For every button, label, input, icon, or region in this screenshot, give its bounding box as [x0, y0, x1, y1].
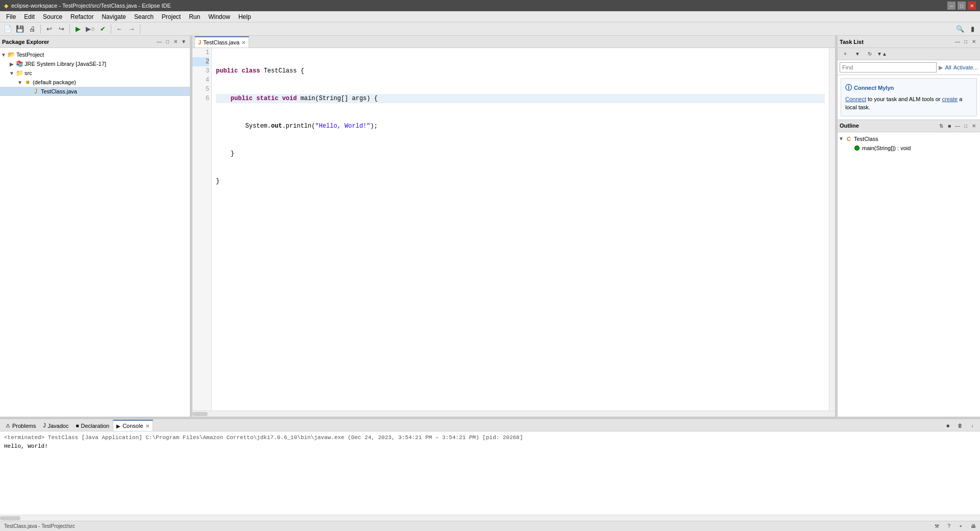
menu-run[interactable]: Run — [185, 11, 204, 22]
tree-item-testclass[interactable]: ▶ J TestClass.java — [0, 87, 190, 96]
tab-label: TestClass.java — [203, 39, 239, 45]
console-scrollbar-horizontal[interactable] — [0, 515, 980, 521]
separator-1 — [40, 25, 41, 34]
outline-item-main[interactable]: ▶ main(String[]) : void — [838, 143, 980, 153]
arrow-src: ▼ — [8, 70, 15, 76]
connect-mylyn-body: Connect to your task and ALM tools or cr… — [845, 95, 972, 112]
outline-class-icon: C — [845, 135, 853, 143]
tree-item-src[interactable]: ▼ 📁 src — [0, 68, 190, 78]
tree-label-src: src — [24, 70, 32, 76]
task-find-bar: ▶ All Activate... — [838, 60, 980, 75]
menu-refactor[interactable]: Refactor — [66, 11, 97, 22]
perspectives-button[interactable]: ▮ — [967, 23, 978, 35]
editor-scrollbar-vertical[interactable] — [829, 48, 835, 411]
menu-window[interactable]: Window — [204, 11, 234, 22]
bottom-tabs: ⚠ Problems J Javadoc ■ Declaration ▶ Con… — [0, 419, 980, 431]
package-explorer-header: Package Explorer ― □ ✕ ▼ — [0, 36, 190, 48]
declaration-icon: ■ — [76, 423, 79, 428]
debug-button[interactable]: ▶○ — [85, 23, 96, 35]
coverage-button[interactable]: ✔ — [97, 23, 108, 35]
console-output-line: Hello, World! — [4, 442, 976, 451]
create-task-link[interactable]: create — [942, 96, 958, 102]
connect-link[interactable]: Connect — [845, 96, 866, 102]
git-icon[interactable]: ⚬ — [959, 523, 963, 529]
next-edit-button[interactable]: → — [126, 23, 137, 35]
editor-content[interactable]: 1 2 3 4 5 6 public class TestClass { pub… — [192, 48, 835, 411]
toolbar: 📄 💾 🖨 ↩ ↪ ▶ ▶○ ✔ ← → 🔍 ▮ — [0, 22, 980, 36]
run-button[interactable]: ▶ — [72, 23, 84, 35]
outline-label-testclass: TestClass — [854, 136, 878, 142]
search-toolbar-button[interactable]: 🔍 — [954, 23, 966, 35]
line-num-1: 1 — [192, 48, 209, 57]
task-sync-button[interactable]: ↻ — [864, 49, 875, 60]
tree-label-jre: JRE System Library [JavaSE-17] — [24, 61, 106, 67]
right-panel: Task List ― □ ✕ + ▼ ↻ ▼▲ ▶ All Activate.… — [837, 36, 980, 417]
save-button[interactable]: 💾 — [14, 23, 26, 35]
tab-problems[interactable]: ⚠ Problems — [2, 420, 39, 431]
task-new-button[interactable]: + — [840, 49, 851, 60]
menu-project[interactable]: Project — [158, 11, 185, 22]
menu-source[interactable]: Source — [39, 11, 66, 22]
question-icon[interactable]: ? — [947, 523, 950, 529]
line-num-5: 5 — [192, 85, 209, 94]
monitor-icon[interactable]: 🖶 — [971, 523, 976, 529]
prev-edit-button[interactable]: ← — [114, 23, 125, 35]
package-explorer-maximize[interactable]: □ — [163, 38, 172, 46]
console-scroll-button[interactable]: ↓ — [967, 420, 978, 431]
tree-label-testclass: TestClass.java — [41, 88, 77, 94]
tree-item-defaultpkg[interactable]: ▼ ■ (default package) — [0, 78, 190, 87]
menu-search[interactable]: Search — [130, 11, 158, 22]
outline-minimize[interactable]: ― — [953, 122, 962, 130]
package-explorer-minimize[interactable]: ― — [155, 38, 163, 46]
print-button[interactable]: 🖨 — [27, 23, 38, 35]
task-all-link[interactable]: All — [945, 64, 951, 70]
tree-item-testproject[interactable]: ▼ 📂 TestProject — [0, 50, 190, 59]
new-button[interactable]: 📄 — [2, 23, 13, 35]
task-collapse-button[interactable]: ▼▲ — [876, 49, 888, 60]
task-list-title: Task List — [840, 39, 953, 45]
task-filter-button[interactable]: ▼ — [852, 49, 863, 60]
console-terminate-button[interactable]: ■ — [942, 420, 953, 431]
tree-label-testproject: TestProject — [16, 52, 44, 58]
task-list-toolbar: + ▼ ↻ ▼▲ — [838, 48, 980, 60]
editor-scrollbar-horizontal[interactable] — [192, 411, 835, 417]
menu-file[interactable]: File — [2, 11, 20, 22]
tab-console[interactable]: ▶ Console ✕ — [113, 420, 153, 431]
status-file-path: TestClass.java - TestProject/src — [4, 523, 75, 529]
maximize-button[interactable]: □ — [958, 2, 966, 10]
tab-close-button[interactable]: ✕ — [241, 40, 246, 45]
minimize-button[interactable]: – — [947, 2, 955, 10]
task-list-close[interactable]: ✕ — [970, 38, 978, 46]
task-list-minimize[interactable]: ― — [953, 38, 962, 46]
console-tab-close[interactable]: ✕ — [145, 423, 150, 429]
tab-javadoc[interactable]: J Javadoc — [39, 420, 72, 431]
package-explorer-menu[interactable]: ▼ — [180, 38, 188, 46]
outline-maximize[interactable]: □ — [962, 122, 970, 130]
outline-sort-button[interactable]: ⇅ — [937, 122, 945, 130]
menu-navigate[interactable]: Navigate — [97, 11, 130, 22]
menu-help[interactable]: Help — [234, 11, 255, 22]
outline-close[interactable]: ✕ — [970, 122, 978, 130]
redo-button[interactable]: ↪ — [56, 23, 67, 35]
title-bar-controls[interactable]: – □ ✕ — [947, 2, 976, 10]
task-list-panel: Task List ― □ ✕ + ▼ ↻ ▼▲ ▶ All Activate.… — [838, 36, 980, 120]
arrow-testproject: ▼ — [0, 52, 7, 58]
code-editor[interactable]: public class TestClass { public static v… — [212, 48, 829, 411]
bottom-panel: ⚠ Problems J Javadoc ■ Declaration ▶ Con… — [0, 419, 980, 521]
close-button[interactable]: ✕ — [968, 2, 976, 10]
task-activate-link[interactable]: Activate... — [953, 64, 978, 70]
problems-icon: ⚠ — [6, 423, 10, 428]
package-explorer-close[interactable]: ✕ — [172, 38, 180, 46]
console-clear-button[interactable]: 🗑 — [954, 420, 966, 431]
menu-edit[interactable]: Edit — [20, 11, 39, 22]
tree-item-jre[interactable]: ▶ 📚 JRE System Library [JavaSE-17] — [0, 59, 190, 68]
task-list-maximize[interactable]: □ — [962, 38, 970, 46]
task-find-input[interactable] — [840, 62, 937, 73]
undo-button[interactable]: ↩ — [43, 23, 55, 35]
wrench-icon[interactable]: ⚒ — [935, 523, 939, 529]
tab-declaration[interactable]: ■ Declaration — [72, 420, 113, 431]
outline-hide-button[interactable]: ■ — [945, 122, 953, 130]
editor-tab-testclass[interactable]: J TestClass.java ✕ — [194, 36, 249, 47]
outline-item-testclass[interactable]: ▼ C TestClass — [838, 134, 980, 143]
app-icon: ◆ — [4, 3, 8, 9]
